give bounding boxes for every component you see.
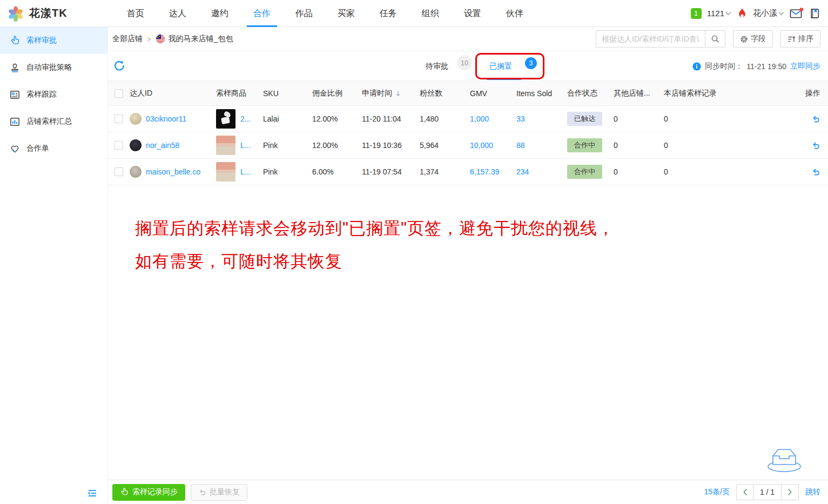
restore-button[interactable] <box>811 167 828 177</box>
product-link[interactable]: L... <box>240 141 251 150</box>
jump-to-page-link[interactable]: 跳转 <box>805 487 820 497</box>
nav-item-org[interactable]: 组织 <box>422 0 439 27</box>
col-header-coop-status: 合作状态 <box>567 89 614 98</box>
row-checkbox[interactable] <box>115 141 123 150</box>
breadcrumb-root[interactable]: 全部店铺 <box>112 34 143 44</box>
product-cell: L... <box>216 162 263 182</box>
product-link[interactable]: 2... <box>240 115 251 123</box>
followers-value: 1,480 <box>420 115 470 123</box>
menu-fold-icon <box>87 489 98 498</box>
fields-button[interactable]: 字段 <box>733 30 773 48</box>
tab-shelved[interactable]: 已搁置 <box>489 51 512 81</box>
search-input[interactable] <box>596 30 705 48</box>
nav-item-tasks[interactable]: 任务 <box>380 0 397 27</box>
messages-button[interactable] <box>790 8 804 19</box>
annotation-line-2: 如有需要，可随时将其恢复 <box>135 245 828 278</box>
row-checkbox[interactable] <box>115 167 123 176</box>
restore-button[interactable] <box>811 115 828 124</box>
sidebar-item-shop-sample-summary[interactable]: 店铺索样汇总 <box>0 108 107 135</box>
sidebar-item-label: 自动审批策略 <box>26 63 72 72</box>
items-sold-link[interactable]: 234 <box>516 167 567 176</box>
checklist-icon <box>10 90 20 100</box>
sidebar-item-sample-approval[interactable]: 索样审批 <box>0 27 107 54</box>
red-annotation-text: 搁置后的索样请求会移动到"已搁置"页签，避免干扰您的视线， 如有需要，可随时将其… <box>135 212 828 278</box>
refresh-icon <box>113 60 125 72</box>
sync-info: 同步时间： 11-21 19:50 立即同步 <box>692 51 820 81</box>
nav-item-partners[interactable]: 伙伴 <box>506 0 523 27</box>
nav-item-home[interactable]: 首页 <box>127 0 144 27</box>
sort-button[interactable]: 排序 <box>780 30 820 48</box>
info-icon <box>692 62 701 71</box>
nav-item-works[interactable]: 作品 <box>295 0 313 27</box>
sidebar-item-auto-approval-policy[interactable]: 自动审批策略 <box>0 54 107 81</box>
product-thumbnail[interactable] <box>216 136 235 155</box>
product-thumbnail[interactable] <box>216 162 235 182</box>
creator-cell: maison_belle.co <box>130 166 216 178</box>
sku-value: Pink <box>263 167 312 176</box>
items-sold-link[interactable]: 33 <box>516 115 567 123</box>
commission-value: 12.00% <box>312 115 362 123</box>
sidebar: 索样审批 自动审批策略 索样跟踪 <box>0 27 108 504</box>
nav-item-invite[interactable]: 邀约 <box>211 0 228 27</box>
chevron-down-icon <box>778 11 784 16</box>
nav-item-settings[interactable]: 设置 <box>464 0 481 27</box>
app-logo: 花漾TK <box>8 5 68 22</box>
batch-restore-button[interactable]: 批量恢复 <box>191 484 247 501</box>
this-shop-records-value: 0 <box>664 115 766 123</box>
toolbar: 字段 排序 <box>596 30 820 48</box>
row-checkbox[interactable] <box>115 115 123 123</box>
gmv-link[interactable]: 10,000 <box>470 141 516 150</box>
other-shops-value: 0 <box>614 167 664 176</box>
creator-cell: nor_ain58 <box>130 139 216 151</box>
creator-id-link[interactable]: maison_belle.co <box>146 167 200 176</box>
chevron-right-icon <box>787 489 792 495</box>
sync-time-value: 11-21 19:50 <box>746 62 786 71</box>
table-row: 03ciknoor11 2... Lalai 12.00% 11-20 11:0… <box>108 106 828 132</box>
breadcrumb-current-shop[interactable]: 我的马来店铺_包包 <box>156 34 233 44</box>
avatar <box>130 139 142 151</box>
restore-button[interactable] <box>811 141 828 150</box>
status-badge: 合作中 <box>567 138 602 152</box>
creator-cell: 03ciknoor11 <box>130 113 216 125</box>
nav-item-cooperation[interactable]: 合作 <box>253 0 271 27</box>
refresh-button[interactable] <box>113 60 125 72</box>
items-sold-link[interactable]: 88 <box>516 141 567 150</box>
next-page-button[interactable] <box>782 484 799 500</box>
page-size-selector[interactable]: 15条/页 <box>704 487 730 497</box>
breadcrumb-bar: 全部店铺 > <box>108 27 828 51</box>
pager-group: 1 / 1 <box>736 484 799 500</box>
select-all-checkbox[interactable] <box>115 89 123 98</box>
product-link[interactable]: L... <box>240 167 251 176</box>
nav-item-creators[interactable]: 达人 <box>169 0 186 27</box>
status-badge: 已触达 <box>567 112 602 126</box>
col-header-gmv: GMV <box>470 89 516 98</box>
sync-sample-records-button[interactable]: 索样记录同步 <box>112 484 185 501</box>
col-header-this-shop-records: 本店铺索样记录 <box>664 89 766 98</box>
sidebar-item-cooperation-orders[interactable]: 合作单 <box>0 135 107 162</box>
product-thumbnail[interactable] <box>216 109 235 129</box>
col-header-apply-time[interactable]: 申请时间 <box>362 89 420 98</box>
this-shop-records-value: 0 <box>664 141 766 150</box>
fields-button-label: 字段 <box>751 34 766 44</box>
col-header-sku: SKU <box>263 89 312 98</box>
sync-now-link[interactable]: 立即同步 <box>790 62 820 71</box>
tab-pending-approval[interactable]: 待审批 <box>426 51 448 81</box>
sidebar-collapse-button[interactable] <box>87 489 98 498</box>
creator-id-link[interactable]: nor_ain58 <box>146 141 179 150</box>
hand-pointer-icon <box>120 488 129 496</box>
creator-id-link[interactable]: 03ciknoor11 <box>146 115 186 123</box>
product-cell: L... <box>216 136 263 155</box>
user-menu[interactable]: 花小漾 <box>753 8 784 18</box>
nav-item-buyers[interactable]: 买家 <box>338 0 355 27</box>
app-title: 花漾TK <box>29 6 68 21</box>
bar-chart-icon <box>10 117 20 127</box>
batch-restore-label: 批量恢复 <box>210 487 240 497</box>
followers-value: 1,374 <box>420 167 470 176</box>
prev-page-button[interactable] <box>736 484 753 500</box>
search-button[interactable] <box>705 30 725 48</box>
sidebar-item-sample-tracking[interactable]: 索样跟踪 <box>0 81 107 108</box>
notebook-button[interactable] <box>809 8 820 19</box>
gmv-link[interactable]: 1,000 <box>470 115 516 123</box>
gmv-link[interactable]: 6,157.39 <box>470 167 516 176</box>
shop-selector[interactable]: 1121 <box>707 9 731 18</box>
